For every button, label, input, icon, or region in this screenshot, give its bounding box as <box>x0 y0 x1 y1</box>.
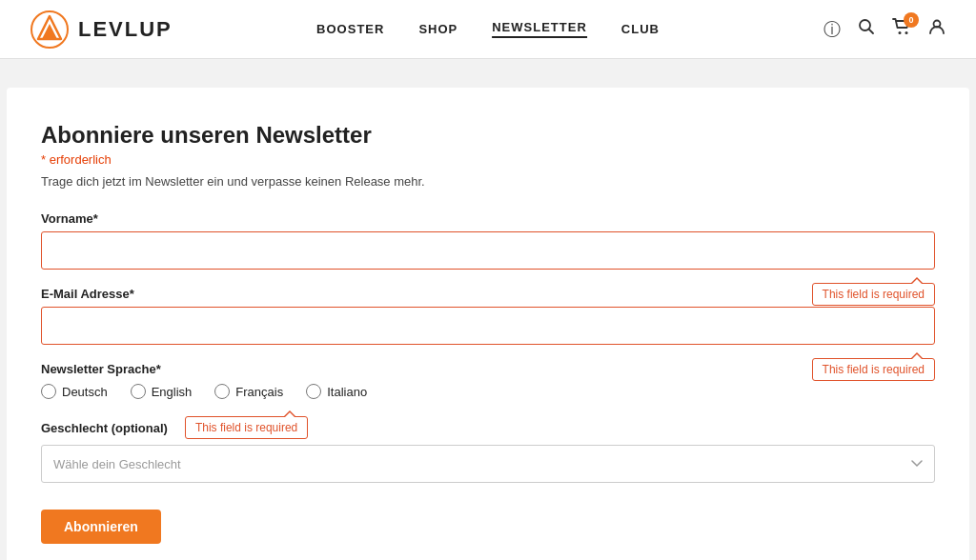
form-container: Abonniere unseren Newsletter * erforderl… <box>7 88 969 560</box>
sprache-english[interactable]: English <box>131 384 193 399</box>
cart-badge: 0 <box>904 12 919 28</box>
required-note: * erforderlich <box>41 152 935 167</box>
email-group: E-Mail Adresse* This field is required <box>41 287 935 345</box>
nav-club[interactable]: CLUB <box>621 22 660 36</box>
subtitle: Trage dich jetzt im Newsletter ein und v… <box>41 174 935 189</box>
sprache-deutsch[interactable]: Deutsch <box>41 384 108 399</box>
radio-english[interactable] <box>131 384 146 399</box>
sprache-italiano[interactable]: Italiano <box>306 384 367 399</box>
nav-newsletter[interactable]: NEWSLETTER <box>492 20 587 38</box>
nav-shop[interactable]: SHOP <box>418 22 458 36</box>
email-label: E-Mail Adresse* <box>41 287 134 301</box>
page-title: Abonniere unseren Newsletter <box>41 122 935 149</box>
email-input[interactable] <box>41 307 935 345</box>
sprache-francais[interactable]: Français <box>214 384 283 399</box>
main-nav: BOOSTER SHOP NEWSLETTER CLUB <box>316 20 660 38</box>
sprache-italiano-label: Italiano <box>327 385 367 399</box>
user-icon[interactable] <box>928 18 946 40</box>
sprache-francais-label: Français <box>235 385 283 399</box>
sprache-options: Deutsch English Français Italiano <box>41 384 935 399</box>
sprache-error-tooltip: This field is required <box>812 358 935 381</box>
sprache-label: Newsletter Sprache* <box>41 362 161 376</box>
sprache-group: Newsletter Sprache* This field is requir… <box>41 362 935 399</box>
help-icon[interactable]: ⓘ <box>824 18 841 41</box>
cart-icon[interactable]: 0 <box>892 18 911 40</box>
radio-italiano[interactable] <box>306 384 321 399</box>
sprache-deutsch-label: Deutsch <box>62 385 108 399</box>
geschlecht-select[interactable]: Wähle dein Geschlecht <box>41 445 935 483</box>
logo-icon <box>30 10 69 49</box>
logo-text: LEVLUP <box>78 17 173 42</box>
vorname-group: Vorname* <box>41 211 935 270</box>
vorname-input[interactable] <box>41 231 935 270</box>
sprache-english-label: English <box>152 385 193 399</box>
svg-line-4 <box>869 30 874 34</box>
geschlecht-error-tooltip: This field is required <box>185 416 308 439</box>
site-header: LEVLUP BOOSTER SHOP NEWSLETTER CLUB ⓘ 0 <box>0 0 976 59</box>
submit-button[interactable]: Abonnieren <box>41 510 161 544</box>
radio-deutsch[interactable] <box>41 384 56 399</box>
radio-francais[interactable] <box>214 384 230 399</box>
geschlecht-group: Geschlecht (optional) This field is requ… <box>41 416 935 483</box>
svg-point-6 <box>905 31 908 34</box>
search-icon[interactable] <box>858 18 875 40</box>
email-error-tooltip: This field is required <box>812 283 935 306</box>
nav-booster[interactable]: BOOSTER <box>316 22 384 36</box>
header-icons: ⓘ 0 <box>824 18 946 41</box>
vorname-label: Vorname* <box>41 211 935 226</box>
geschlecht-label: Geschlecht (optional) <box>41 421 168 435</box>
svg-point-5 <box>899 31 902 34</box>
logo[interactable]: LEVLUP <box>30 10 173 49</box>
